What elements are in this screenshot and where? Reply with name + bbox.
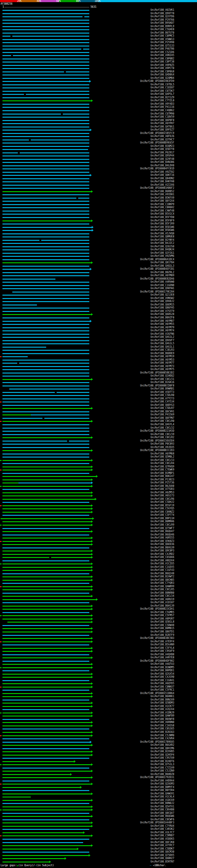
alignment-bar (51, 557, 91, 558)
subject-label: UniRef100_Q6Y2X4 (135, 199, 174, 203)
alignment-bar (2, 321, 90, 322)
subject-label: UniRef100_C5GYQ5 (135, 507, 174, 510)
alignment-row: UniRef100_Q2QM04 (0, 77, 197, 80)
alignment-row: UniRef100_A1CZU5 (0, 562, 197, 566)
subject-label: UniRef100_A4QTU3 (135, 662, 174, 666)
subject-label: UniRef100_A5JVQ0 (135, 232, 174, 235)
alignment-row: UniRef100_Q6CM30 (0, 850, 197, 854)
subject-label: UniRef100_A6YM75 (135, 368, 174, 371)
legend-prefix: Large gaps: (1, 864, 17, 867)
query-gap-marker (0, 784, 2, 784)
subject-label: UniRef100_C0CLR9 (135, 523, 174, 527)
key-segment (98, 0, 197, 2)
subject-label: UniRef100_Q9SP44 (135, 154, 174, 157)
subject-label: UniRef100_A4RVW0 (135, 280, 174, 284)
alignment-bar (2, 159, 89, 160)
alignment-bar (7, 622, 91, 623)
subject-label: UniRef100_C0PT38 (135, 60, 174, 63)
alignment-row: UniRef100_Q84DN2 (0, 177, 197, 180)
alignment-row: UniRef100_A6YM09 (0, 274, 197, 277)
alignment-row: UniRef100_C8V4B8 (0, 808, 197, 812)
subject-label: UniRef100_C5FM57 (135, 614, 174, 617)
alignment-row: UniRef100_Q4WFB9 (0, 714, 197, 718)
alignment-bar (2, 541, 91, 542)
alignment-bar (83, 49, 89, 50)
subject-label: UniRef100_Q81TB4 (135, 261, 174, 264)
subject-label: UniRef100_A9NSW2 (135, 297, 174, 300)
alignment-row: UniRef100_C5DLR0 (0, 394, 197, 397)
alignment-bar (2, 803, 89, 804)
alignment-bar (2, 771, 91, 772)
alignment-bar (2, 748, 89, 749)
alignment-row: UniRef100_Q6FJK0 (0, 841, 197, 844)
alignment-row: UniRef100_B6QU47 (0, 530, 197, 533)
alignment-row: UniRef100_Q3UJS0 (0, 245, 197, 248)
alignment-row: UniRef100_B5F0F9 (0, 219, 197, 223)
subject-extends-arrow-icon (91, 469, 93, 471)
subject-extends-arrow-icon (91, 585, 93, 588)
subject-extends-arrow-icon (91, 608, 93, 610)
subject-label: UniRef100_UPI00004EFCB1 (135, 268, 174, 271)
subject-label: UniRef100_C0CLR0 (135, 420, 174, 423)
alignment-bar (2, 437, 91, 438)
alignment-bar (2, 489, 89, 490)
alignment-bar (2, 580, 91, 581)
subject-label: UniRef100_B6JUU0 (135, 485, 174, 488)
subject-label: UniRef100_C5DLR0 (135, 394, 174, 397)
subject-extends-arrow-icon (80, 786, 82, 788)
subject-extends-arrow-icon (91, 630, 93, 633)
subject-extends-arrow-icon (91, 825, 93, 827)
alignment-row: UniRef100_UPI0000ECD0F8 (0, 384, 197, 388)
subject-extends-arrow-icon (91, 770, 93, 772)
alignment-bar (2, 405, 89, 406)
subject-label: UniRef100_UPI0001983FD9 (135, 80, 174, 83)
alignment-row: UniRef100_Q2UGM3 (0, 782, 197, 786)
alignment-bar (2, 787, 80, 788)
alignment-bar (63, 114, 89, 115)
alignment-bar (2, 65, 89, 66)
subject-extends-arrow-icon (91, 763, 93, 766)
alignment-bar (2, 246, 89, 247)
subject-label: UniRef100_B2B3Q3 (135, 731, 174, 734)
alignment-bar (2, 470, 91, 470)
subject-label: UniRef100_A9ID01 (135, 193, 174, 196)
alignment-row: UniRef100_C5GMR5 (0, 611, 197, 614)
subject-extends-arrow-icon (91, 692, 93, 695)
alignment-bar (2, 104, 89, 105)
alignment-row: UniRef100_UPI000151B864 (0, 692, 197, 695)
subject-label: UniRef100_UPI00003AB6F2 (135, 187, 174, 190)
subject-label: UniRef100_C0CL53 (135, 459, 174, 462)
subject-extends-arrow-icon (91, 99, 93, 102)
subject-label: UniRef100_B9SK07 (135, 22, 174, 25)
subject-label: UniRef100_A3LYC7 (135, 831, 174, 834)
subject-label: UniRef100_Q9XVF7 (135, 339, 174, 342)
alignment-bar (2, 551, 91, 552)
alignment-bar (2, 832, 83, 833)
alignment-bar (2, 531, 91, 532)
key-label-20: 20% (17, 0, 21, 2)
alignment-bar (2, 340, 89, 341)
alignment-bar (2, 848, 77, 849)
alignment-bar (66, 71, 89, 72)
alignment-bar (2, 243, 89, 244)
subject-label: UniRef100_C4JG90 (135, 676, 174, 679)
alignment-row: UniRef100_A5DEK5 (0, 838, 197, 841)
alignment-bar (2, 363, 17, 364)
subject-label: UniRef100_A9PCT0 (135, 67, 174, 70)
subject-label: UniRef100_B2ADT6 (135, 760, 174, 763)
subject-extends-arrow-icon (91, 449, 93, 452)
legend-large-gaps: Large gaps:▲(in Query)/─(in Subject) (1, 863, 54, 867)
query-gap-marker (0, 470, 2, 470)
subject-label: UniRef100_Q9XFY0 (135, 12, 174, 15)
subject-label: UniRef100_A6YM77 (135, 362, 174, 365)
alignment-row: UniRef100_Q4WB99 (0, 585, 197, 588)
subject-label: UniRef100_B5F0F9 (135, 219, 174, 222)
subject-extends-arrow-icon (91, 815, 93, 817)
alignment-bar (2, 262, 91, 263)
alignment-bar (2, 560, 89, 561)
alignment-bar (2, 745, 91, 746)
subject-label: UniRef100_B8N9B0 (135, 591, 174, 595)
alignment-bar (2, 49, 81, 50)
subject-label: UniRef100_UPI00017B9E05 (135, 741, 174, 744)
key-label-40: 40% (37, 0, 41, 2)
